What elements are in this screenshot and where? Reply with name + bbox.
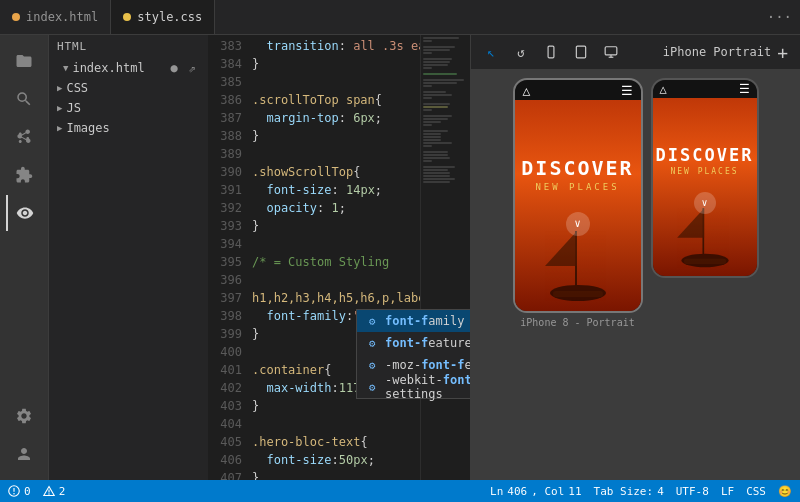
html-index-label: index.html — [72, 61, 144, 75]
ac-icon-0: ⚙ — [365, 315, 379, 328]
phone1-label: iPhone 8 - Portrait — [520, 317, 634, 328]
status-right: Ln 406, Col 11 Tab Size: 4 UTF-8 LF CSS … — [490, 485, 792, 498]
phone2-discover: DISCOVER — [656, 145, 754, 165]
expand-arrow: ▼ — [63, 63, 68, 73]
images-arrow: ▶ — [57, 123, 62, 133]
preview-cursor-icon[interactable]: ↖ — [479, 40, 503, 64]
activity-bar — [0, 35, 48, 480]
error-count: 0 — [24, 485, 31, 498]
phone1-discover: DISCOVER — [521, 156, 633, 180]
tabs: index.html style.css — [0, 0, 215, 34]
status-errors[interactable]: 0 — [8, 485, 31, 498]
settings-icon[interactable] — [6, 398, 42, 434]
phone-mockup-1: △ ☰ DISCOVER NEW PLACES — [513, 78, 643, 313]
tab-label-index: index.html — [26, 10, 98, 24]
top-right-actions: ··· — [767, 9, 800, 25]
svg-rect-2 — [576, 46, 585, 58]
phone2-triangle-icon: △ — [660, 82, 667, 96]
js-arrow: ▶ — [57, 103, 62, 113]
svg-rect-0 — [548, 46, 554, 58]
preview-mobile-icon[interactable] — [539, 40, 563, 64]
autocomplete-item-1[interactable]: ⚙ font-feature-settings — [357, 332, 470, 354]
svg-marker-7 — [545, 231, 577, 266]
status-encoding[interactable]: UTF-8 — [676, 485, 709, 498]
phone2-subtitle: NEW PLACES — [656, 167, 754, 176]
tab-style-css[interactable]: style.css — [111, 0, 215, 34]
tab-dot-orange — [12, 13, 20, 21]
account-icon[interactable] — [6, 436, 42, 472]
more-options-icon[interactable]: ··· — [767, 9, 792, 25]
source-control-icon[interactable] — [6, 119, 42, 155]
autocomplete-dropdown: ⚙ font-family ⚙ font-feature-settings ⚙ … — [356, 309, 470, 399]
ac-icon-1: ⚙ — [365, 337, 379, 350]
css-arrow: ▶ — [57, 83, 62, 93]
tab-bar: index.html style.css ··· — [0, 0, 800, 35]
phone1-menu-icon: ☰ — [621, 83, 633, 98]
preview-panel: ↖ ↺ iPhone Portrait + △ ☰ — [470, 35, 800, 480]
phone2-chevron[interactable]: ∨ — [694, 192, 716, 214]
status-line-endings[interactable]: LF — [721, 485, 734, 498]
status-warnings[interactable]: 2 — [43, 485, 66, 498]
circle-icon[interactable]: ● — [166, 60, 182, 76]
phone-mockup-2: △ ☰ DISCOVER NEW PLACES — [651, 78, 759, 278]
error-icon — [8, 485, 20, 497]
phone2-menu-icon: ☰ — [739, 82, 750, 96]
extensions-icon[interactable] — [6, 157, 42, 193]
live-preview-icon[interactable] — [6, 195, 42, 231]
ac-label-0: font-family — [385, 314, 470, 328]
preview-size-label: iPhone Portrait — [663, 45, 771, 59]
svg-point-16 — [13, 493, 15, 495]
html-panel: HTML ▼ index.html ● ⇗ ▶ CSS ▶ JS ▶ Image… — [48, 35, 208, 480]
ac-label-1: font-feature-settings — [385, 336, 470, 350]
search-icon[interactable] — [6, 81, 42, 117]
phone2-nav: △ ☰ — [653, 80, 757, 98]
phone1-content: DISCOVER NEW PLACES ∨ — [515, 100, 641, 311]
phone2-content: DISCOVER NEW PLACES ∨ — [653, 98, 757, 276]
preview-tablet-icon[interactable] — [569, 40, 593, 64]
preview-refresh-icon[interactable]: ↺ — [509, 40, 533, 64]
status-lang[interactable]: CSS — [746, 485, 766, 498]
js-label: JS — [66, 101, 80, 115]
phone1-triangle-icon: △ — [523, 83, 531, 98]
images-section[interactable]: ▶ Images — [49, 118, 208, 138]
main-layout: HTML ▼ index.html ● ⇗ ▶ CSS ▶ JS ▶ Image… — [0, 35, 800, 480]
autocomplete-item-0[interactable]: ⚙ font-family — [357, 310, 470, 332]
html-panel-title: HTML — [49, 35, 208, 58]
warning-count: 2 — [59, 485, 66, 498]
minimap-lines — [421, 35, 470, 480]
status-bar: 0 2 Ln 406, Col 11 Tab Size: 4 UTF-8 LF … — [0, 480, 800, 502]
ac-label-3: -webkit-font-feature-settings — [385, 373, 470, 401]
status-tab-size[interactable]: Tab Size: 4 — [594, 485, 664, 498]
ac-icon-2: ⚙ — [365, 359, 379, 372]
autocomplete-item-3[interactable]: ⚙ -webkit-font-feature-settings — [357, 376, 470, 398]
css-section[interactable]: ▶ CSS — [49, 78, 208, 98]
warning-icon — [43, 485, 55, 497]
tab-label-style: style.css — [137, 10, 202, 24]
line-numbers: 383384385386387 388389390391392 39339439… — [208, 35, 248, 480]
tab-dot-yellow — [123, 13, 131, 21]
ac-icon-3: ⚙ — [365, 381, 379, 394]
code-editor[interactable]: 383384385386387 388389390391392 39339439… — [208, 35, 470, 480]
minimap — [420, 35, 470, 480]
status-emoji: 😊 — [778, 485, 792, 498]
status-ln-col[interactable]: Ln 406, Col 11 — [490, 485, 582, 498]
html-index-item[interactable]: ▼ index.html ● ⇗ — [49, 58, 208, 78]
ac-label-2: -moz-font-feature-settings — [385, 358, 470, 372]
explorer-icon[interactable] — [6, 43, 42, 79]
svg-rect-9 — [553, 291, 603, 297]
phone1-nav: △ ☰ — [515, 80, 641, 100]
external-link-icon[interactable]: ⇗ — [184, 60, 200, 76]
preview-top-bar: ↖ ↺ iPhone Portrait + — [471, 35, 800, 70]
index-item-icons: ● ⇗ — [166, 60, 200, 76]
svg-rect-13 — [683, 259, 725, 264]
phone1-subtitle: NEW PLACES — [521, 182, 633, 192]
preview-desktop-icon[interactable] — [599, 40, 623, 64]
phone1-chevron[interactable]: ∨ — [566, 212, 590, 236]
css-label: CSS — [66, 81, 88, 95]
images-label: Images — [66, 121, 109, 135]
js-section[interactable]: ▶ JS — [49, 98, 208, 118]
svg-point-19 — [48, 493, 50, 495]
preview-plus-icon[interactable]: + — [777, 42, 788, 63]
preview-content: △ ☰ DISCOVER NEW PLACES — [471, 70, 800, 480]
tab-index-html[interactable]: index.html — [0, 0, 111, 34]
